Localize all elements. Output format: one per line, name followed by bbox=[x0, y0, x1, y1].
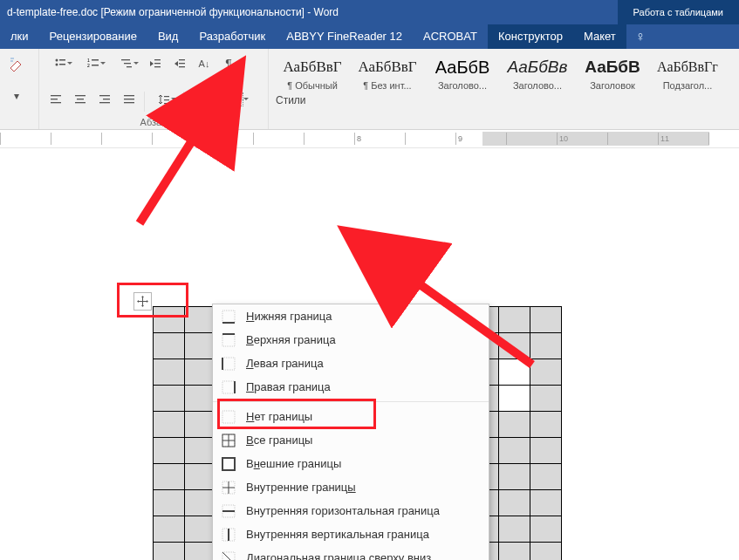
table-cell[interactable] bbox=[530, 386, 562, 412]
styles-group-label: Стили bbox=[276, 94, 724, 106]
align-right-button[interactable] bbox=[93, 88, 116, 111]
table-cell[interactable] bbox=[530, 438, 562, 464]
inside-icon bbox=[220, 479, 237, 496]
table-cell[interactable] bbox=[499, 386, 530, 412]
svg-line-68 bbox=[140, 99, 218, 223]
svg-rect-5 bbox=[92, 59, 99, 61]
table-cell[interactable] bbox=[154, 438, 185, 464]
svg-rect-23 bbox=[99, 95, 110, 96]
tab-abbyy[interactable]: ABBYY FineReader 12 bbox=[276, 24, 413, 49]
align-center-button[interactable] bbox=[69, 88, 92, 111]
all-icon bbox=[220, 432, 237, 449]
style-3[interactable]: АаБбВвЗаголово... bbox=[501, 52, 574, 92]
tab-table-design[interactable]: Конструктор bbox=[488, 24, 573, 49]
svg-rect-18 bbox=[51, 99, 58, 99]
table-cell[interactable] bbox=[530, 516, 562, 543]
svg-rect-25 bbox=[99, 102, 110, 103]
document-page[interactable]: e Нижняя границаВерхняя границаЛевая гра… bbox=[0, 171, 739, 560]
svg-rect-12 bbox=[154, 63, 161, 64]
clear-format-button[interactable] bbox=[5, 52, 28, 75]
svg-rect-14 bbox=[179, 59, 185, 60]
table-cell[interactable] bbox=[154, 412, 185, 438]
annotation-arrow-1 bbox=[131, 84, 270, 235]
tab-table-layout[interactable]: Макет bbox=[573, 24, 626, 49]
ruler[interactable]: 8910111213 bbox=[0, 130, 739, 148]
table-cell[interactable] bbox=[530, 490, 562, 516]
style-1[interactable]: АаБбВвГ¶ Без инт... bbox=[351, 52, 424, 92]
svg-rect-24 bbox=[103, 99, 110, 99]
bottom-icon bbox=[220, 308, 237, 325]
svg-rect-15 bbox=[179, 63, 185, 64]
table-cell[interactable] bbox=[530, 543, 562, 561]
tab-review[interactable]: Рецензирование bbox=[39, 24, 147, 49]
svg-rect-38 bbox=[222, 381, 235, 393]
svg-rect-22 bbox=[75, 102, 86, 103]
increase-indent-button[interactable] bbox=[168, 52, 191, 75]
table-cell[interactable] bbox=[499, 516, 530, 543]
style-5[interactable]: АаБбВвГгПодзагол... bbox=[651, 52, 724, 92]
inh-icon bbox=[220, 502, 237, 520]
table-cell[interactable] bbox=[499, 438, 530, 464]
table-cell[interactable] bbox=[499, 464, 530, 490]
document-title: d-template-free.doc [Режим ограниченной … bbox=[7, 6, 339, 18]
ruler-margin-area bbox=[482, 132, 709, 146]
table-cell[interactable] bbox=[499, 490, 530, 516]
style-2[interactable]: АаБбВЗаголово... bbox=[426, 52, 499, 92]
menu-all[interactable]: Все границы bbox=[213, 428, 489, 452]
svg-rect-20 bbox=[75, 95, 86, 96]
ddown-icon bbox=[220, 550, 237, 561]
decrease-indent-button[interactable] bbox=[144, 52, 167, 75]
table-cell[interactable] bbox=[154, 464, 185, 490]
menu-outside[interactable]: Внешние границы bbox=[213, 452, 489, 475]
sort-button[interactable]: A↓ bbox=[193, 52, 216, 75]
svg-rect-9 bbox=[124, 63, 131, 64]
style-4[interactable]: АаБбВЗаголовок bbox=[576, 52, 649, 92]
svg-rect-46 bbox=[222, 458, 235, 470]
svg-line-69 bbox=[380, 256, 532, 365]
numbering-button[interactable]: 12 bbox=[78, 52, 109, 75]
tab-view[interactable]: Вид bbox=[147, 24, 189, 49]
outside-icon bbox=[220, 455, 237, 473]
svg-rect-16 bbox=[179, 66, 185, 67]
menu-ddown[interactable]: Диагональная граница сверху вниз bbox=[213, 546, 489, 560]
table-cell[interactable] bbox=[154, 490, 185, 516]
svg-rect-8 bbox=[121, 59, 130, 60]
table-cell[interactable] bbox=[499, 543, 530, 561]
svg-rect-19 bbox=[51, 102, 61, 103]
svg-rect-10 bbox=[127, 66, 132, 67]
tab-links[interactable]: лки bbox=[0, 24, 39, 49]
unknown-button[interactable]: ▾ bbox=[5, 85, 28, 107]
table-cell[interactable] bbox=[154, 333, 185, 359]
table-cell[interactable] bbox=[154, 516, 185, 543]
svg-text:2: 2 bbox=[87, 63, 90, 68]
help-icon[interactable]: ♀ bbox=[626, 29, 654, 44]
tab-acrobat[interactable]: ACROBAT bbox=[413, 24, 488, 49]
svg-rect-32 bbox=[222, 311, 235, 323]
annotation-arrow-2 bbox=[358, 242, 550, 385]
titlebar: d-template-free.doc [Режим ограниченной … bbox=[0, 0, 618, 24]
tab-developer[interactable]: Разработчик bbox=[188, 24, 276, 49]
svg-rect-45 bbox=[222, 458, 235, 470]
annotation-box-menu-item bbox=[217, 399, 376, 429]
styles-group: АаБбВвГ¶ ОбычныйАаБбВвГ¶ Без инт...АаБбВ… bbox=[269, 49, 728, 129]
table-cell[interactable] bbox=[499, 412, 530, 438]
annotation-box-handle bbox=[117, 283, 188, 318]
show-marks-button[interactable]: ¶ bbox=[217, 52, 240, 75]
bullets-button[interactable] bbox=[44, 52, 76, 75]
table-cell[interactable] bbox=[154, 543, 185, 561]
style-0[interactable]: АаБбВвГ¶ Обычный bbox=[276, 52, 349, 92]
svg-rect-13 bbox=[154, 66, 161, 67]
multilevel-button[interactable] bbox=[111, 52, 142, 75]
svg-rect-7 bbox=[92, 65, 99, 66]
table-cell[interactable] bbox=[154, 359, 185, 386]
table-cell[interactable] bbox=[154, 386, 185, 412]
table-cell[interactable] bbox=[530, 412, 562, 438]
align-left-button[interactable] bbox=[44, 88, 67, 111]
svg-point-0 bbox=[56, 59, 58, 62]
menu-inv[interactable]: Внутренняя вертикальная граница bbox=[213, 522, 489, 546]
menu-inside[interactable]: Внутренние границы bbox=[213, 475, 489, 499]
table-cell[interactable] bbox=[530, 464, 562, 490]
ribbon-tabs: лки Рецензирование Вид Разработчик ABBYY… bbox=[0, 24, 739, 49]
svg-rect-34 bbox=[222, 334, 235, 346]
menu-inh[interactable]: Внутренняя горизонтальная граница bbox=[213, 499, 489, 522]
